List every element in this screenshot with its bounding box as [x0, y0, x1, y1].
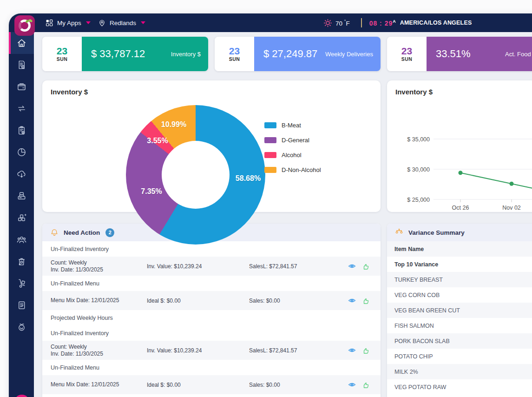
legend-swatch	[264, 137, 276, 143]
inventory-trend-card: Inventory $ $ 35,000$ 30,000$ 25,000Oct …	[387, 80, 532, 212]
legend-swatch	[264, 167, 276, 173]
sidebar-item-hand-truck[interactable]	[9, 272, 34, 294]
kpi-card-inventory[interactable]: 23 SUN $ 33,787.12 Inventory $	[42, 37, 208, 71]
kpi-value: $ 33,787.12	[91, 48, 145, 60]
view-icon[interactable]	[348, 262, 356, 270]
sidebar-item-report[interactable]	[9, 294, 34, 316]
sidebar-item-wallet[interactable]	[9, 76, 34, 98]
need-action-count-badge: 2	[105, 228, 114, 237]
variance-summary-header: Variance Summary	[387, 224, 532, 241]
sidebar	[9, 32, 34, 397]
variance-item[interactable]: VEG CORN COB	[387, 287, 532, 303]
approve-thumb-icon[interactable]	[362, 347, 369, 354]
item-date: Count: WeeklyInv. Date: 11/30/2025	[51, 259, 147, 273]
need-action-section: Un-Finalized Inventory	[42, 241, 381, 257]
temperature: 70 °F	[335, 19, 350, 27]
timezone-label: AMERICA/LOS ANGELES	[400, 20, 472, 26]
donut-segment-label: 10.99%	[161, 120, 186, 129]
approve-thumb-icon[interactable]	[362, 263, 369, 270]
legend-item[interactable]: D-General	[264, 132, 321, 147]
kpi-card-act-food-cost[interactable]: 23 SUN 33.51% Act. Food Cost	[387, 37, 532, 71]
kpi-label: Inventory $	[171, 51, 201, 58]
sidebar-item-waste-bin[interactable]	[9, 251, 34, 272]
chart-title: Inventory $	[395, 88, 433, 96]
sun-weather-icon	[323, 18, 333, 28]
approve-thumb-icon[interactable]	[362, 297, 369, 304]
item-date: Count: WeeklyInv. Date: 11/30/2025	[51, 344, 147, 357]
approve-thumb-icon[interactable]	[362, 381, 369, 389]
legend-item[interactable]: Alcohol	[264, 147, 321, 162]
cubes-add-icon	[16, 212, 27, 223]
view-icon[interactable]	[348, 297, 356, 304]
svg-text:$ 25,000: $ 25,000	[407, 197, 430, 203]
sidebar-item-pie-chart[interactable]	[9, 141, 34, 163]
variance-item[interactable]: MILK 2%	[387, 364, 532, 379]
item-sales: Sales: $0.00	[249, 382, 342, 388]
svg-text:Oct 26: Oct 26	[452, 205, 469, 211]
view-icon[interactable]	[348, 381, 356, 389]
main-content: 23 SUN $ 33,787.12 Inventory $ 23 SUN $ …	[34, 32, 532, 397]
clock: 08 : 29A	[369, 19, 396, 27]
view-icon[interactable]	[348, 346, 356, 354]
topbar-divider	[361, 18, 362, 27]
item-value: Inv. Value: $10,239.24	[147, 347, 249, 354]
variance-item[interactable]: POTATO CHIP	[387, 349, 532, 364]
item-sales: Sales: $0.00	[249, 298, 342, 304]
variance-item[interactable]: Item Name	[387, 241, 532, 257]
sidebar-item-transfers[interactable]	[9, 98, 34, 119]
need-action-item[interactable]: Count: WeeklyInv. Date: 11/30/2025Inv. V…	[42, 341, 381, 360]
need-action-item[interactable]: Menu Mix Date: 12/01/2025Ideal $: $0.00S…	[42, 375, 381, 394]
kpi-label: Weekly Deliveries	[325, 51, 373, 58]
panel-title: Variance Summary	[408, 229, 465, 236]
top-bar: My Apps Redlands 70 °F 08 : 29A AMERICA/…	[9, 13, 532, 32]
chart-title: Inventory $	[51, 88, 88, 96]
sidebar-item-team[interactable]	[9, 229, 34, 251]
sidebar-item-invoice[interactable]	[9, 54, 34, 76]
panel-title: Need Action	[64, 229, 100, 236]
variance-item[interactable]: VEG POTATO RAW	[387, 379, 532, 395]
need-action-section: Un-Finalized Inventory	[42, 325, 381, 341]
need-action-item[interactable]: Menu Mix Date: 12/01/2025Ideal $: $0.00S…	[42, 291, 381, 310]
donut-segment-label: 3.55%	[147, 137, 168, 145]
sidebar-item-cloud-sync[interactable]	[9, 163, 34, 185]
svg-text:Nov 02: Nov 02	[502, 205, 521, 211]
location-selector[interactable]: Redlands	[98, 13, 145, 32]
settings-button[interactable]	[14, 395, 30, 397]
need-action-section: Projected Weekly Hours	[42, 310, 381, 325]
app-logo[interactable]	[14, 15, 35, 36]
chevron-down-icon	[86, 21, 91, 24]
report-icon	[16, 300, 27, 311]
sidebar-item-cash-register[interactable]	[9, 185, 34, 207]
need-action-panel: Need Action 2 Un-Finalized InventoryCoun…	[42, 224, 381, 397]
legend-swatch	[264, 152, 276, 158]
variance-item[interactable]: TURKEY BREAST	[387, 272, 532, 287]
variance-item[interactable]: PORK BACON SLAB	[387, 333, 532, 349]
legend-label: B-Meat	[282, 122, 301, 129]
donut-segment-label: 7.35%	[141, 187, 162, 196]
variance-item[interactable]: FISH SALMON	[387, 318, 532, 333]
sidebar-item-brand-berry[interactable]	[9, 316, 34, 338]
home-icon	[16, 38, 27, 48]
item-sales: SalesL: $72,841.57	[249, 347, 342, 354]
my-apps-menu[interactable]: My Apps	[45, 13, 91, 32]
item-value: Ideal $: $0.00	[147, 298, 249, 304]
variance-item[interactable]: Top 10 Variance	[387, 257, 532, 272]
item-value: Inv. Value: $10,239.24	[147, 263, 249, 270]
location-pin-icon	[98, 19, 106, 27]
sidebar-item-cubes-add[interactable]	[9, 207, 34, 229]
legend-label: D-Non-Alcohol	[282, 166, 321, 173]
berry-logo-icon	[19, 20, 31, 32]
svg-text:$ 35,000: $ 35,000	[407, 136, 430, 143]
legend-item[interactable]: B-Meat	[264, 118, 321, 132]
variance-item[interactable]: VEG BEAN GREEN CUT	[387, 303, 532, 318]
kpi-card-weekly-deliveries[interactable]: 23 SUN $ 27,249.87 Weekly Deliveries	[215, 37, 381, 71]
kpi-value: 33.51%	[436, 48, 471, 60]
location-label: Redlands	[110, 20, 136, 26]
sidebar-item-clipboard-check[interactable]	[9, 119, 34, 141]
kpi-date: 23 SUN	[215, 37, 254, 71]
legend-item[interactable]: D-Non-Alcohol	[264, 162, 321, 177]
donut-chart[interactable]: 58.68%7.35%3.55%10.99%	[126, 105, 265, 245]
need-action-item[interactable]: Count: WeeklyInv. Date: 11/30/2025Inv. V…	[42, 257, 381, 276]
clipboard-check-icon	[16, 125, 27, 136]
donut-segment-label: 58.68%	[236, 174, 261, 183]
